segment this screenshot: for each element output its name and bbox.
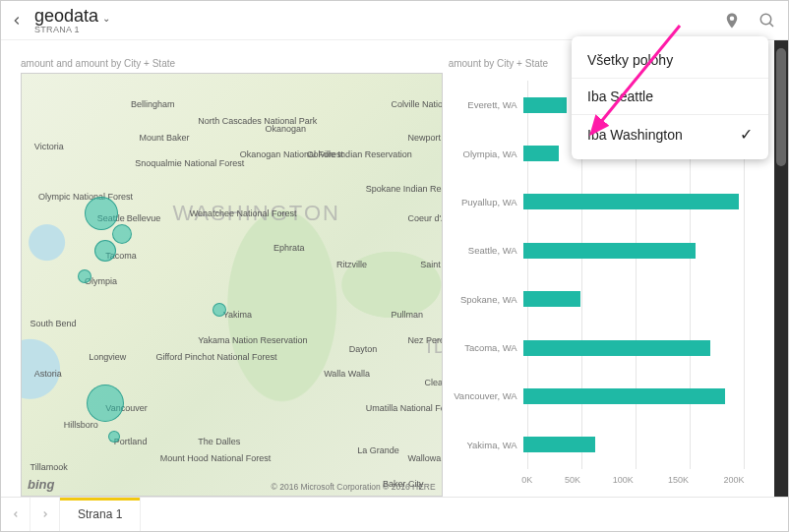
map-city-label: Gifford Pinchot National Forest <box>156 352 277 362</box>
map-city-label: Colville National Forest <box>391 99 442 109</box>
x-tick-label: 150K <box>668 475 689 485</box>
map-city-label: Wallowa <box>408 453 442 463</box>
report-subtitle: STRANA 1 <box>34 26 110 34</box>
map-city-label: Coeur d'Alene National Forest <box>408 213 443 223</box>
chevron-down-icon: ⌄ <box>102 14 110 24</box>
map-city-label: Dayton <box>349 344 378 354</box>
map-city-label: Nez Perce Indian Reservation <box>408 335 443 345</box>
map-city-label: La Grande <box>357 445 399 455</box>
chart-bar[interactable] <box>523 437 595 452</box>
map-city-label: Ephrata <box>273 243 305 253</box>
map-city-label: Longview <box>89 352 126 362</box>
chart-row: Puyallup, WA <box>453 191 755 212</box>
map-city-label: Walla Walla <box>324 369 370 379</box>
map-city-label: Hillsboro <box>64 420 98 430</box>
chart-row-label: Everett, WA <box>453 99 523 110</box>
map-city-label: South Bend <box>30 319 77 328</box>
check-icon: ✓ <box>740 125 753 144</box>
map-city-label: Wenatchee National Forest <box>190 208 297 218</box>
map-city-label: Spokane Indian Reservation <box>366 184 443 194</box>
chart-row-label: Seattle, WA <box>453 245 523 256</box>
map-title: amount and amount by City + State <box>21 58 443 69</box>
map-bubble[interactable] <box>85 197 118 230</box>
filter-option-washington[interactable]: Iba Washington ✓ <box>572 114 768 153</box>
vertical-scrollbar[interactable] <box>774 40 788 497</box>
chart-bar[interactable] <box>523 291 581 307</box>
map-city-label: Victoria <box>34 142 64 151</box>
map-city-label: Olympic National Forest <box>38 192 133 202</box>
location-filter-menu: Všetky polohy Iba Seattle Iba Washington… <box>572 36 768 159</box>
page-tabs: Strana 1 <box>1 497 788 531</box>
map-city-label: Mount Baker <box>139 133 189 143</box>
x-tick-label: 200K <box>723 475 744 485</box>
chart-bar[interactable] <box>523 340 710 356</box>
map-city-label: Clearwater <box>425 378 443 387</box>
map-bubble[interactable] <box>112 224 132 244</box>
tab-strana-1[interactable]: Strana 1 <box>60 498 141 531</box>
chart-row-label: Puyallup, WA <box>453 197 523 207</box>
chart-row-label: Spokane, WA <box>453 294 523 305</box>
x-tick-label: 0K <box>521 475 532 485</box>
back-button[interactable] <box>7 11 27 30</box>
x-tick-label: 100K <box>613 475 634 485</box>
map-city-label: Pullman <box>391 310 423 320</box>
map-city-label: The Dalles <box>198 437 240 446</box>
chart-bar[interactable] <box>523 194 740 209</box>
map-city-label: Snoqualmie National Forest <box>135 158 244 168</box>
svg-point-0 <box>760 14 771 25</box>
map-city-label: Baker City <box>383 479 424 489</box>
dd-label: Všetky polohy <box>587 52 673 68</box>
map-city-label: Okanogan <box>265 124 306 134</box>
chart-row: Seattle, WA <box>453 240 755 262</box>
tab-label: Strana 1 <box>78 507 122 521</box>
chart-row: Tacoma, WA <box>453 337 755 359</box>
map-bubble[interactable] <box>212 303 226 317</box>
map-city-label: Yakama Nation Reservation <box>198 335 307 345</box>
header-bar: geodata ⌄ STRANA 1 <box>1 1 788 40</box>
filter-option-all[interactable]: Všetky polohy <box>572 42 768 78</box>
chart-row-label: Yakima, WA <box>453 440 523 450</box>
svg-line-1 <box>769 23 773 27</box>
map-city-label: Saint Joe National Forest <box>420 260 442 269</box>
prev-page-button[interactable] <box>1 498 30 531</box>
chart-bar[interactable] <box>523 388 725 404</box>
map-city-label: Ritzville <box>336 260 367 269</box>
title-block[interactable]: geodata ⌄ STRANA 1 <box>34 7 110 34</box>
map-city-label: Yakima <box>223 310 252 320</box>
report-title: geodata <box>34 7 98 25</box>
bing-logo: bing <box>28 477 54 492</box>
map-city-label: Bellingham <box>131 99 175 109</box>
map-city-label: Newport <box>408 133 442 143</box>
next-page-button[interactable] <box>30 498 60 531</box>
map-bubble[interactable] <box>87 384 124 422</box>
filter-option-seattle[interactable]: Iba Seattle <box>572 78 768 114</box>
map-city-label: Mount Hood National Forest <box>160 453 272 463</box>
dd-label: Iba Washington <box>587 127 683 143</box>
filter-map-icon[interactable] <box>721 10 743 31</box>
chart-row-label: Olympia, WA <box>453 148 523 159</box>
chart-row-label: Vancouver, WA <box>453 390 523 401</box>
chart-row: Yakima, WA <box>453 434 755 455</box>
map-city-label: Tillamook <box>30 462 68 472</box>
map-city-label: Colville Indian Reservation <box>307 149 412 159</box>
map-visual[interactable]: amount and amount by City + State WASHIN… <box>21 58 443 497</box>
dd-label: Iba Seattle <box>587 89 653 104</box>
chart-bar[interactable] <box>523 243 697 259</box>
search-icon[interactable] <box>757 10 778 31</box>
map-city-label: Bellevue <box>127 213 161 223</box>
chart-row: Spokane, WA <box>453 288 755 310</box>
map-bubble[interactable] <box>108 431 120 443</box>
map-bubble[interactable] <box>78 269 91 283</box>
chart-row-label: Tacoma, WA <box>453 342 523 353</box>
map-city-label: Astoria <box>34 369 62 379</box>
chart-row: Vancouver, WA <box>453 385 755 407</box>
map-canvas[interactable]: WASHINGTON ID bing © 2016 Microsoft Corp… <box>21 73 443 497</box>
x-tick-label: 50K <box>565 475 580 485</box>
map-city-label: Umatilla National Forest <box>366 403 443 413</box>
chart-bar[interactable] <box>523 97 567 113</box>
chart-bar[interactable] <box>523 146 560 161</box>
